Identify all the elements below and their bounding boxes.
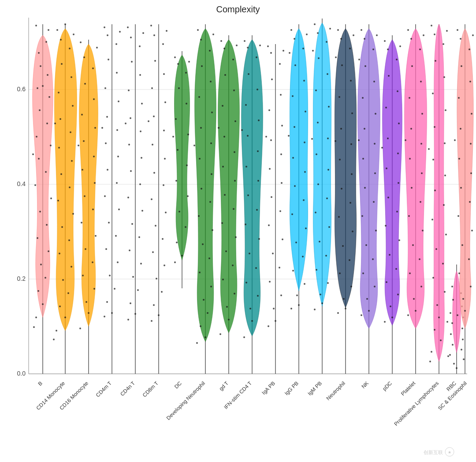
svg-point-476	[452, 299, 454, 301]
svg-point-92	[108, 59, 109, 60]
svg-point-160	[152, 251, 154, 253]
svg-point-127	[130, 170, 132, 172]
svg-point-507	[461, 244, 463, 246]
svg-point-434	[422, 230, 424, 231]
svg-point-357	[352, 231, 353, 232]
svg-point-500	[470, 143, 472, 145]
svg-point-137	[130, 302, 131, 304]
svg-point-11	[37, 87, 38, 89]
svg-point-356	[338, 216, 340, 218]
x-label-pDC: pDC	[381, 380, 393, 392]
violin-IgA-PB	[265, 44, 284, 374]
svg-point-400	[385, 107, 387, 108]
svg-point-73	[82, 169, 83, 171]
svg-point-165	[158, 314, 160, 316]
svg-point-171	[177, 63, 179, 65]
svg-point-14	[46, 123, 48, 124]
svg-point-38	[61, 63, 63, 65]
violin-IFN-stim-CD4-T	[241, 35, 263, 374]
svg-point-213	[212, 34, 214, 35]
svg-point-409	[398, 239, 400, 241]
svg-point-378	[362, 158, 364, 160]
svg-point-91	[115, 43, 117, 45]
svg-point-306	[295, 242, 297, 243]
svg-point-465	[438, 317, 440, 318]
svg-point-247	[258, 119, 260, 121]
svg-point-316	[289, 52, 290, 54]
svg-point-422	[419, 48, 421, 50]
svg-point-60	[64, 23, 66, 25]
x-label-CD8m-T: CD8m T	[141, 380, 160, 399]
svg-point-135	[132, 276, 134, 278]
svg-point-284	[280, 294, 282, 296]
svg-point-85	[80, 41, 82, 43]
svg-point-496	[469, 81, 471, 82]
svg-point-364	[337, 29, 339, 31]
svg-point-262	[244, 40, 245, 42]
svg-point-502	[470, 172, 472, 174]
svg-point-258	[245, 282, 247, 283]
svg-point-478	[450, 312, 451, 314]
svg-point-124	[140, 130, 141, 132]
x-label-gd-T: gd T	[218, 380, 230, 392]
svg-point-263	[259, 45, 261, 46]
svg-point-96	[106, 116, 108, 118]
svg-point-128	[139, 183, 141, 185]
svg-point-368	[335, 56, 337, 58]
svg-point-503	[460, 187, 462, 189]
svg-point-390	[361, 29, 362, 31]
svg-point-501	[458, 158, 460, 160]
svg-point-126	[141, 157, 142, 159]
svg-point-437	[409, 272, 411, 274]
svg-point-129	[127, 197, 129, 198]
svg-point-44	[58, 147, 60, 149]
svg-point-9	[40, 65, 41, 67]
svg-point-200	[201, 188, 202, 190]
svg-point-69	[81, 114, 83, 116]
violin-Proliferative-Lymphocytes	[428, 24, 448, 374]
svg-point-325	[327, 138, 329, 139]
svg-point-198	[199, 158, 201, 160]
violin-IgG-PB	[288, 24, 308, 374]
svg-point-34	[33, 326, 35, 328]
svg-point-176	[187, 134, 189, 135]
x-label-CD4n-T: CD4n T	[119, 380, 136, 397]
svg-point-483	[462, 339, 464, 340]
svg-point-224	[234, 151, 235, 153]
svg-point-256	[249, 253, 250, 254]
svg-point-279	[268, 224, 270, 226]
svg-point-194	[198, 96, 200, 98]
svg-point-388	[366, 298, 368, 300]
violin-gd-T	[218, 35, 239, 374]
svg-point-435	[412, 244, 414, 246]
svg-point-42	[60, 118, 61, 120]
svg-point-105	[115, 235, 117, 237]
svg-point-229	[221, 222, 223, 224]
svg-point-13	[39, 109, 41, 111]
svg-point-253	[256, 209, 258, 211]
x-label-IgA-PB: IgA PB	[260, 380, 276, 396]
svg-point-391	[376, 34, 378, 36]
svg-point-450	[432, 93, 434, 94]
svg-point-419	[384, 321, 386, 323]
svg-point-250	[245, 166, 247, 168]
svg-point-293	[302, 48, 304, 49]
svg-point-398	[388, 75, 390, 77]
svg-point-414	[390, 306, 391, 307]
svg-point-136	[137, 289, 139, 291]
svg-point-230	[235, 236, 237, 238]
svg-point-81	[82, 275, 84, 276]
svg-point-454	[432, 159, 434, 160]
svg-point-346	[341, 64, 343, 66]
svg-point-210	[200, 325, 201, 327]
svg-point-205	[208, 257, 210, 259]
svg-point-75	[84, 195, 86, 197]
svg-point-505	[457, 215, 459, 217]
svg-point-408	[385, 225, 387, 227]
svg-point-76	[92, 209, 94, 210]
svg-point-90	[107, 34, 108, 36]
svg-point-63	[53, 339, 55, 340]
svg-point-110	[106, 301, 108, 303]
svg-point-439	[413, 298, 415, 300]
svg-point-300	[292, 157, 294, 159]
